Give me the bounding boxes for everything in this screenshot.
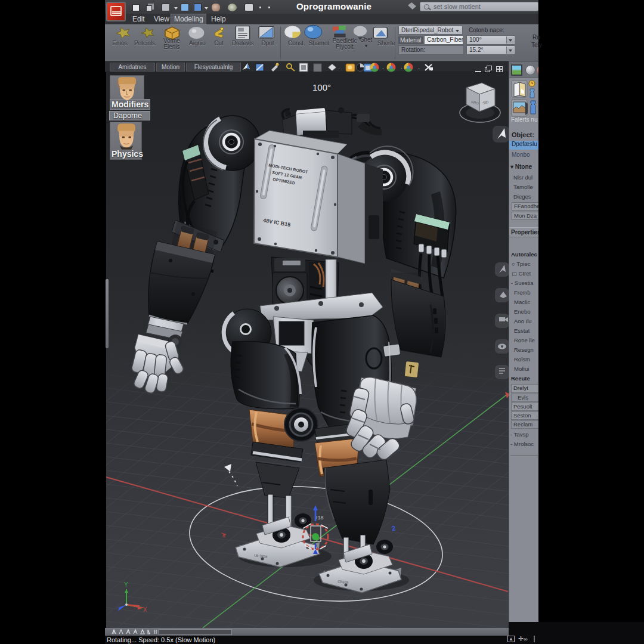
svg-text:·: · [401, 65, 402, 71]
svg-text:·: · [382, 65, 384, 71]
svg-text:·: · [338, 66, 340, 72]
svg-text:I18: I18 [316, 515, 324, 521]
svg-text:·: · [418, 65, 420, 71]
svg-text:X: X [143, 606, 147, 613]
svg-text:100°: 100° [312, 82, 331, 92]
svg-text:x: x [223, 534, 225, 539]
svg-text:Y: Y [124, 581, 128, 588]
svg-text:·: · [365, 65, 367, 71]
